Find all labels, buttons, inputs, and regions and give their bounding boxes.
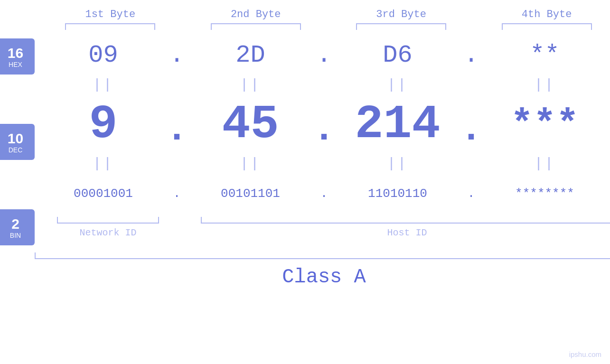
bin-b1: 00001001 [39, 187, 168, 201]
bin-b3: 11010110 [334, 187, 462, 201]
hex-row: 09 . 2D . D6 . ** [39, 34, 609, 76]
hex-b4: ** [481, 41, 609, 69]
byte1-header: 1st Byte [47, 9, 174, 20]
eq2-b4: || [481, 156, 609, 172]
dec-b3: 214 [334, 98, 462, 151]
byte3-header: 3rd Byte [338, 9, 465, 20]
dec-b1: 9 [39, 98, 168, 151]
eq2-b1: || [39, 156, 168, 172]
hex-dot2: . [315, 41, 334, 69]
equals-row-2: || || || || [39, 155, 609, 172]
hex-b3: D6 [334, 41, 462, 69]
dec-dot1: . [168, 108, 187, 151]
dec-b4: *** [481, 103, 609, 146]
full-bottom-bracket [35, 252, 610, 259]
eq1-b1: || [39, 77, 168, 93]
hex-dot3: . [462, 41, 481, 69]
host-id-bracket [201, 217, 610, 224]
hex-b2: 2D [187, 41, 315, 69]
dec-b2: 45 [187, 98, 315, 151]
eq1-b4: || [481, 77, 609, 93]
eq1-b2: || [187, 77, 315, 93]
bin-dot2: . [315, 187, 334, 201]
bin-label-box: 2 BIN [0, 209, 35, 245]
equals-row-1: || || || || [39, 76, 609, 93]
bin-row: 00001001 . 00101101 . 11010110 . *******… [39, 172, 609, 215]
watermark: ipshu.com [569, 350, 601, 358]
bin-dot1: . [168, 187, 187, 201]
bracket-top-1 [65, 23, 155, 30]
network-id-bracket [57, 217, 159, 224]
main-container: 1st Byte 2nd Byte 3rd Byte 4th Byte 16 H… [0, 0, 610, 364]
hex-b1: 09 [39, 41, 168, 69]
hex-label-box: 16 HEX [0, 38, 35, 75]
id-brackets: Network ID Host ID [35, 217, 610, 238]
eq1-b3: || [334, 77, 462, 93]
label-boxes: 16 HEX 10 DEC 2 BIN [0, 34, 35, 289]
bin-dot3: . [462, 187, 481, 201]
eq2-b2: || [187, 156, 315, 172]
bracket-top-2 [211, 23, 301, 30]
network-id-label: Network ID [79, 227, 136, 238]
bracket-top-3 [356, 23, 446, 30]
byte4-header: 4th Byte [483, 9, 610, 20]
hex-dot1: . [168, 41, 187, 69]
byte2-header: 2nd Byte [192, 9, 319, 20]
bin-b4: ******** [481, 187, 609, 201]
dec-dot3: . [462, 108, 481, 151]
bracket-top-4 [502, 23, 592, 30]
top-brackets [0, 23, 610, 30]
eq2-b3: || [334, 156, 462, 172]
class-label: Class A [282, 266, 366, 289]
bin-b2: 00101101 [187, 187, 315, 201]
host-id-label: Host ID [387, 227, 427, 238]
byte-headers: 1st Byte 2nd Byte 3rd Byte 4th Byte [0, 0, 610, 20]
dec-dot2: . [315, 108, 334, 151]
dec-row: 9 . 45 . 214 . *** [39, 93, 609, 155]
dec-label-box: 10 DEC [0, 124, 35, 160]
